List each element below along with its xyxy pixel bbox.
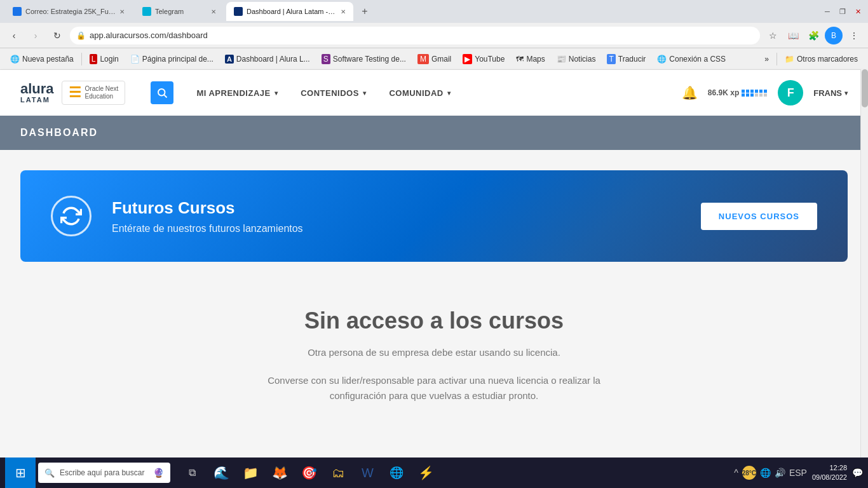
tab-dashboard[interactable]: Dashboard | Alura Latam - Curso... ✕ (226, 2, 353, 21)
new-tab-button[interactable]: + (356, 3, 374, 20)
bookmark-youtube[interactable]: ▶ YouTube (458, 51, 510, 67)
more-bookmarks-button[interactable]: » (759, 52, 774, 66)
tab-close-gmail[interactable]: ✕ (119, 8, 125, 15)
cortana-icon: 🔮 (153, 468, 164, 478)
taskbar-chrome[interactable]: 🌐 (383, 459, 410, 487)
settings-icon[interactable]: ⋮ (845, 27, 863, 44)
notification-bell-icon[interactable]: 🔔 (682, 85, 698, 100)
logo: alura LATAM ☰ Oracle Next Education (20, 81, 125, 105)
bookmark-divider-1 (81, 53, 82, 65)
one-text: Oracle Next Education (85, 85, 119, 100)
minimize-button[interactable]: ─ (822, 6, 832, 17)
tab-telegram[interactable]: Telegram ✕ (135, 2, 224, 21)
clock-date: 09/08/2022 (812, 473, 847, 482)
bookmark-label: Maps (526, 55, 545, 64)
address-text: app.aluracursos.com/dashboard (90, 30, 754, 40)
taskbar-word[interactable]: W (353, 459, 381, 487)
bookmark-label: Dashboard | Alura L... (236, 55, 310, 64)
bookmark-noticias[interactable]: 📰 Noticias (552, 52, 601, 66)
bookmark-label: Nueva pestaña (22, 55, 74, 64)
xp-cell (742, 90, 745, 93)
nav-link-comunidad-label: COMUNIDAD (389, 88, 443, 98)
tab-favicon-telegram (142, 7, 151, 16)
banner-text: Futuros Cursos Entérate de nuestros futu… (112, 198, 681, 234)
bookmark-traducir[interactable]: T Traducir (602, 51, 651, 67)
bookmark-maps[interactable]: 🗺 Maps (511, 52, 550, 66)
xp-badge: 86.9K xp (708, 88, 768, 97)
tab-close-telegram[interactable]: ✕ (211, 8, 216, 15)
tab-close-dashboard[interactable]: ✕ (341, 8, 346, 15)
taskbar-right: ^ 28°C 🌐 🔊 ESP 12:28 09/08/2022 💬 (734, 463, 863, 483)
taskbar-files[interactable]: 📁 (236, 459, 264, 487)
start-button[interactable]: ⊞ (5, 458, 36, 488)
speaker-icon[interactable]: 🔊 (775, 468, 785, 478)
xp-cell (764, 93, 767, 97)
svg-point-0 (158, 89, 165, 96)
notification-button[interactable]: 💬 (852, 468, 863, 478)
xp-cell (755, 90, 758, 93)
close-button[interactable]: ✕ (853, 6, 863, 17)
taskbar-edge[interactable]: 🌊 (207, 459, 235, 487)
search-button[interactable] (151, 81, 173, 104)
system-tray-icon[interactable]: ^ (734, 468, 738, 478)
reload-button[interactable]: ↻ (48, 27, 66, 44)
address-bar: ‹ › ↻ 🔒 app.aluracursos.com/dashboard ☆ … (0, 23, 868, 48)
toolbar-icons: ☆ 📖 🧩 B ⋮ (764, 27, 863, 44)
back-button[interactable]: ‹ (5, 27, 23, 44)
taskbar-search-text: Escribe aquí para buscar (60, 468, 144, 477)
nav-link-contenidos[interactable]: CONTENIDOS ▾ (290, 83, 376, 103)
taskbar-firefox[interactable]: 🦊 (266, 459, 294, 487)
nav-link-comunidad[interactable]: COMUNIDAD ▾ (379, 83, 461, 103)
clock-time: 12:28 (812, 463, 847, 473)
taskbar-app9[interactable]: ⚡ (412, 459, 440, 487)
user-dropdown-arrow: ▾ (844, 90, 848, 97)
taskbar-app5[interactable]: 🎯 (295, 459, 323, 487)
taskbar-folder[interactable]: 🗂 (324, 459, 352, 487)
banner-title: Futuros Cursos (112, 198, 681, 218)
bookmark-dashboard[interactable]: A Dashboard | Alura L... (220, 52, 315, 66)
bookmark-pagina[interactable]: 📄 Página principal de... (125, 52, 219, 66)
xp-cell (746, 90, 749, 93)
xp-cell (759, 93, 763, 97)
user-name-label: FRANS (813, 88, 842, 98)
xp-cell (750, 93, 754, 97)
bookmarks-bar: 🌐 Nueva pestaña L Login 📄 Página princip… (0, 48, 868, 70)
no-access-desc1: Otra persona de su empresa debe estar us… (20, 347, 848, 358)
banner-section: Futuros Cursos Entérate de nuestros futu… (0, 150, 868, 282)
navbar: alura LATAM ☰ Oracle Next Education MI A… (0, 70, 868, 116)
latam-text: LATAM (20, 96, 50, 104)
svg-line-1 (165, 95, 167, 97)
nav-link-contenidos-label: CONTENIDOS (301, 88, 359, 98)
scrollbar-thumb[interactable] (862, 69, 868, 107)
new-courses-button[interactable]: NUEVOS CURSOS (701, 203, 817, 230)
scrollbar-track[interactable] (860, 69, 868, 458)
bookmark-css[interactable]: 🌐 Conexión a CSS (652, 52, 731, 66)
nav-link-aprendizaje-arrow: ▾ (275, 90, 278, 97)
bookmark-star-icon[interactable]: ☆ (764, 27, 782, 44)
bookmark-software-testing[interactable]: S Software Testing de... (316, 51, 411, 67)
taskbar-clock[interactable]: 12:28 09/08/2022 (812, 463, 847, 483)
wifi-icon[interactable]: 🌐 (760, 468, 771, 478)
xp-cell (742, 93, 745, 97)
bookmark-label: YouTube (475, 55, 505, 64)
taskbar-search-bar[interactable]: 🔍 Escribe aquí para buscar 🔮 (38, 463, 170, 483)
bookmark-label: Gmail (431, 55, 451, 64)
bookmark-divider-2 (776, 53, 777, 65)
taskbar-task-view[interactable]: ⧉ (178, 459, 206, 487)
nav-link-aprendizaje[interactable]: MI APRENDIZAJE ▾ (186, 83, 288, 103)
tab-gmail[interactable]: Correo: Estrategia 25K_Fundame... ✕ (5, 2, 132, 21)
user-name[interactable]: FRANS ▾ (813, 88, 848, 98)
forward-button[interactable]: › (27, 27, 44, 44)
xp-cell (755, 93, 758, 97)
bookmark-login[interactable]: L Login (85, 51, 124, 67)
restore-button[interactable]: ❐ (837, 6, 848, 17)
reading-mode-icon[interactable]: 📖 (784, 27, 802, 44)
profile-icon[interactable]: B (825, 27, 843, 44)
banner-refresh-icon (51, 196, 92, 236)
address-box[interactable]: 🔒 app.aluracursos.com/dashboard (70, 27, 760, 44)
bookmark-otros[interactable]: 📁 Otros marcadores (780, 52, 863, 66)
bookmark-gmail[interactable]: M Gmail (412, 51, 456, 67)
avatar[interactable]: F (778, 80, 803, 105)
extensions-icon[interactable]: 🧩 (804, 27, 822, 44)
bookmark-nueva-pestana[interactable]: 🌐 Nueva pestaña (5, 52, 79, 66)
